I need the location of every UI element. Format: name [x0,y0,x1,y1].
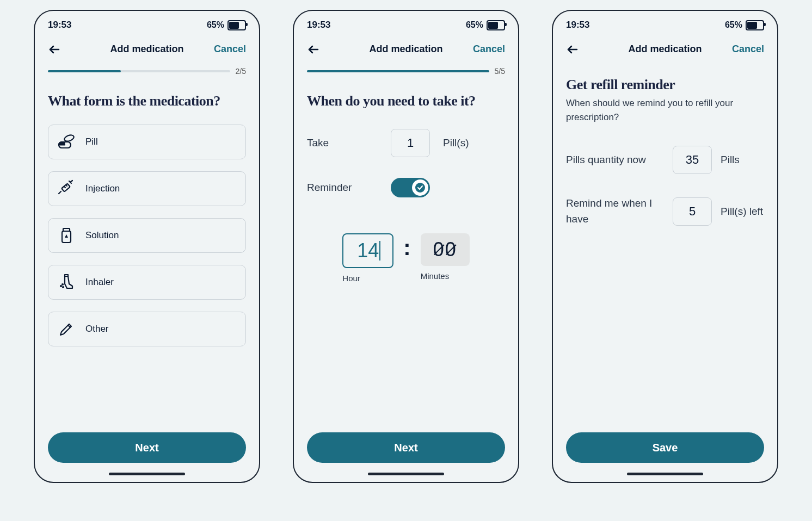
nav-bar: Add medication Cancel [294,30,518,60]
battery-icon [487,20,505,30]
page-title: Add medication [110,44,183,55]
back-arrow-icon[interactable] [307,43,320,56]
hour-label: Hour [342,274,360,283]
option-injection[interactable]: Injection [48,171,246,206]
next-button[interactable]: Next [307,432,505,463]
cancel-button[interactable]: Cancel [214,44,246,55]
back-arrow-icon[interactable] [48,43,61,56]
svg-line-7 [64,187,65,188]
step-counter: 2/5 [236,67,246,76]
reminder-label: Reminder [307,182,378,194]
pill-icon [57,133,76,151]
option-other[interactable]: Other [48,312,246,346]
option-pill[interactable]: Pill [48,125,246,159]
progress-bar: 2/5 [35,60,259,80]
remind-threshold-input[interactable]: 5 [673,197,712,226]
pencil-icon [57,320,76,338]
option-label: Inhaler [85,277,114,288]
status-bar: 19:53 65% [553,11,777,30]
minutes-label: Minutes [421,271,450,281]
svg-line-6 [59,191,61,194]
battery-percent: 65% [207,20,224,30]
injection-icon [57,179,76,198]
check-icon [412,179,428,196]
take-unit: Pill(s) [443,137,469,149]
nav-bar: Add medication Cancel [553,30,777,60]
take-label: Take [307,137,378,149]
home-indicator[interactable] [627,473,703,475]
inhaler-icon [57,273,76,291]
battery-percent: 65% [725,20,742,30]
option-solution[interactable]: Solution [48,218,246,253]
svg-rect-11 [65,275,68,276]
nav-bar: Add medication Cancel [35,30,259,60]
screen-refill: 19:53 65% Add medication Cancel Get refi… [552,10,778,483]
option-inhaler[interactable]: Inhaler [48,265,246,300]
remind-threshold-label: Remind me when I have [566,196,664,227]
time-picker: 14 Hour : 00 Minutes [307,233,505,283]
status-bar: 19:53 65% [35,11,259,30]
option-label: Pill [85,137,98,147]
reminder-toggle[interactable] [391,178,430,197]
battery-percent: 65% [466,20,483,30]
step-counter: 5/5 [495,67,505,76]
save-button[interactable]: Save [566,432,764,463]
status-time: 19:53 [307,20,330,30]
quantity-now-input[interactable]: 35 [673,146,712,174]
battery-indicator: 65% [725,20,764,30]
battery-indicator: 65% [466,20,505,30]
battery-icon [746,20,764,30]
option-label: Other [85,324,109,334]
status-bar: 19:53 65% [294,11,518,30]
hour-input[interactable]: 14 [342,233,393,268]
svg-point-14 [62,284,63,285]
next-button[interactable]: Next [48,432,246,463]
home-indicator[interactable] [368,473,444,475]
colon-separator: : [403,233,410,260]
question-heading: What form is the medication? [48,93,246,109]
svg-point-1 [64,134,75,142]
question-subtext: When should we remind you to refill your… [566,96,764,124]
cancel-button[interactable]: Cancel [473,44,505,55]
battery-icon [227,20,246,30]
minutes-input[interactable]: 00 [421,233,470,266]
solution-icon [57,226,76,245]
page-title: Add medication [628,44,702,55]
status-time: 19:53 [48,20,71,30]
remind-threshold-unit: Pill(s) left [721,206,763,218]
home-indicator[interactable] [109,473,185,475]
back-arrow-icon[interactable] [566,43,579,56]
svg-point-13 [63,287,64,288]
progress-bar: 5/5 [294,60,518,80]
question-heading: Get refill reminder [566,77,764,93]
option-label: Solution [85,230,119,241]
svg-point-12 [60,286,61,287]
page-title: Add medication [369,44,442,55]
quantity-now-unit: Pills [721,154,740,166]
quantity-now-label: Pills quantity now [566,152,664,168]
battery-indicator: 65% [207,20,246,30]
screen-schedule: 19:53 65% Add medication Cancel 5/5 When… [293,10,519,483]
option-label: Injection [85,183,120,194]
take-quantity-input[interactable]: 1 [391,129,430,157]
status-time: 19:53 [566,20,589,30]
screen-medication-form: 19:53 65% Add medication Cancel 2/5 What… [34,10,260,483]
question-heading: When do you need to take it? [307,93,505,109]
svg-point-17 [415,183,425,193]
svg-line-8 [66,185,67,186]
cancel-button[interactable]: Cancel [732,44,764,55]
